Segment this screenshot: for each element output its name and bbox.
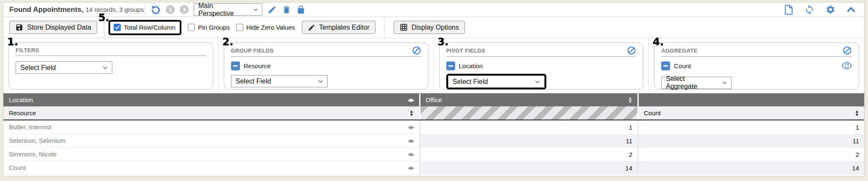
group-fields-panel-title: GROUP FIELDS (231, 47, 274, 54)
group-field-chip: Resource (231, 61, 421, 71)
hide-zero-values-label: Hide Zero Values (246, 24, 295, 31)
aggregate-panel-title: AGGREGATE (661, 47, 698, 54)
collapse-icon[interactable] (846, 5, 856, 14)
group-fields-section: 2. GROUP FIELDS Resource Select Field (219, 38, 434, 93)
pivot-table: Location Office Resource Count (3, 93, 864, 176)
row-label-cell[interactable]: Selenium, Selenium (3, 134, 419, 148)
office-value-cell: 2 (420, 148, 637, 161)
aggregate-field-chip: Count (661, 61, 852, 71)
title-block: Found Appointments,14 records, 3 groups (9, 6, 140, 14)
chevron-down-icon (102, 65, 108, 71)
total-row-column-label: Total Row/Column (124, 24, 175, 31)
window-actions (784, 5, 864, 15)
column-resize-icon[interactable] (408, 152, 414, 157)
chevron-down-icon (534, 79, 540, 85)
hatched-placeholder-cell (420, 106, 637, 120)
empty-header-cell (639, 93, 864, 106)
filters-panel-title: FILTERS (16, 47, 39, 53)
office-column-header[interactable]: Office (420, 93, 637, 106)
office-value-cell: 11 (420, 134, 637, 148)
total-row-column-checkbox[interactable] (114, 24, 121, 31)
store-displayed-data-button[interactable]: Store Displayed Data (9, 21, 97, 34)
count-column-header[interactable]: Count (639, 106, 864, 120)
ban-icon[interactable] (627, 46, 636, 55)
refresh-icon[interactable] (804, 5, 815, 15)
row-label-cell[interactable]: Butler, Internist (3, 120, 419, 134)
display-options-button[interactable]: Display Options (394, 21, 465, 34)
table-row: Simmons, Nicole 2 2 (3, 148, 864, 161)
ban-icon[interactable] (412, 46, 421, 55)
pivot-field-select[interactable]: Select Field (448, 75, 545, 88)
undo-icon[interactable] (150, 5, 161, 15)
eye-icon[interactable] (842, 62, 852, 70)
sort-icon[interactable] (855, 110, 859, 117)
table-row: Butler, Internist 1 1 (3, 120, 864, 134)
ban-icon[interactable] (843, 46, 852, 55)
group-field-select[interactable]: Select Field (231, 75, 328, 87)
count-value-cell: 2 (639, 148, 864, 161)
location-column-header[interactable]: Location (3, 93, 419, 106)
divider (145, 3, 145, 17)
page-title: Found Appointments, (9, 6, 83, 14)
sort-icon[interactable] (628, 97, 632, 103)
row-label-cell[interactable]: Count (3, 161, 419, 175)
templates-editor-button[interactable]: Templates Editor (302, 21, 376, 34)
lock-icon[interactable] (296, 5, 306, 14)
perspective-select-value: Main Perspective (198, 2, 245, 17)
filters-field-select[interactable]: Select Field (16, 61, 112, 74)
hide-zero-values-checkbox[interactable] (236, 24, 243, 31)
chevron-down-icon (317, 78, 323, 84)
pivot-header-row: Location Office (3, 93, 864, 106)
group-fields-panel: GROUP FIELDS Resource Select Field (224, 42, 428, 89)
save-icon (15, 23, 23, 31)
aggregate-field-label: Count (674, 62, 691, 70)
hide-zero-values-group: Hide Zero Values (236, 24, 295, 31)
remove-field-icon[interactable] (446, 61, 455, 70)
pivot-select-highlight-box: Select Field (446, 74, 546, 89)
column-resize-icon[interactable] (408, 138, 414, 143)
filters-section: 1. FILTERS Select Field (3, 38, 219, 93)
column-resize-icon[interactable] (408, 97, 414, 103)
pivot-field-label: Location (459, 62, 483, 70)
resource-column-header[interactable]: Resource (3, 106, 419, 120)
perspective-actions (267, 5, 306, 14)
pivot-configuration-panels: 1. FILTERS Select Field 2. GROUP FIELDS (3, 38, 864, 93)
found-appointments-widget: Found Appointments,14 records, 3 groups … (3, 2, 865, 176)
total-row-column-highlight-box: Total Row/Column (108, 20, 181, 35)
table-row-total: Count 14 14 (3, 161, 864, 175)
chevron-down-icon (253, 7, 258, 13)
aggregate-select[interactable]: Select Aggregate (661, 77, 732, 89)
grid-icon (400, 23, 408, 31)
nav-prev-icon[interactable] (166, 5, 175, 14)
divider (384, 17, 384, 38)
nav-next-icon[interactable] (180, 5, 189, 14)
count-value-cell: 14 (639, 161, 864, 175)
count-value-cell: 11 (639, 134, 864, 148)
delete-perspective-trash-icon[interactable] (282, 5, 291, 14)
aggregate-panel: AGGREGATE Count Select Aggregate (654, 42, 859, 89)
column-resize-icon[interactable] (408, 165, 414, 170)
remove-field-icon[interactable] (661, 61, 670, 70)
sort-icon[interactable] (409, 110, 414, 117)
edit-perspective-pencil-icon[interactable] (267, 5, 277, 14)
perspective-select[interactable]: Main Perspective (194, 3, 262, 16)
chevron-down-icon (722, 80, 727, 86)
table-row: Selenium, Selenium 11 11 (3, 134, 864, 148)
record-count: 14 records, 3 groups (86, 6, 144, 13)
column-resize-icon[interactable] (408, 125, 414, 130)
resource-header-row: Resource Count (3, 106, 864, 120)
controls-toolbar: 5. Store Displayed Data Total Row/Column… (3, 17, 864, 38)
pivot-fields-section: 3. PIVOT FIELDS Location Select Field (434, 38, 649, 93)
pin-groups-label: Pin Groups (198, 24, 230, 31)
pin-groups-checkbox[interactable] (188, 24, 195, 31)
office-value-cell: 1 (420, 120, 637, 134)
remove-field-icon[interactable] (231, 61, 240, 70)
new-document-icon[interactable] (784, 5, 793, 15)
row-label-cell[interactable]: Simmons, Nicole (3, 148, 419, 161)
pivot-field-chip: Location (446, 61, 637, 71)
pivot-fields-panel-title: PIVOT FIELDS (446, 47, 485, 54)
pivot-fields-panel: PIVOT FIELDS Location Select Field (439, 42, 644, 89)
gear-icon[interactable] (826, 5, 835, 14)
aggregate-section: 4. AGGREGATE Count Selec (649, 38, 864, 93)
count-value-cell: 1 (639, 120, 864, 134)
